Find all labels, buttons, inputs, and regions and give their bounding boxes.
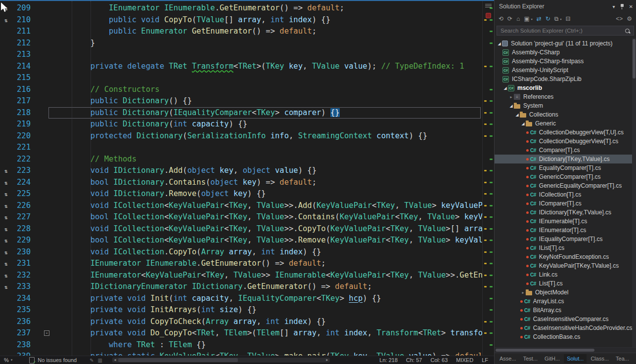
glyph-margin[interactable]: ⇅	[0, 235, 12, 246]
tree-item[interactable]: C#CollectionDebuggerView[T,U].cs	[495, 128, 636, 137]
tree-item[interactable]: C#Assembly-UnityScript	[495, 66, 636, 75]
implements-icon[interactable]: ⇅	[4, 284, 8, 290]
code-line[interactable]: 214 private delegate TRet Transform<TRet…	[0, 61, 482, 73]
outlining-margin[interactable]	[33, 49, 53, 61]
line-number[interactable]: 227	[12, 211, 33, 223]
line-number[interactable]: 222	[12, 154, 33, 165]
code-text[interactable]: bool ICollection<KeyValuePair<TKey, TVal…	[53, 235, 482, 246]
tree-item[interactable]: C#ICSharpCode.SharpZipLib	[495, 75, 636, 83]
implements-icon[interactable]: ⇅	[4, 180, 8, 186]
back-icon[interactable]: ⟲	[499, 16, 503, 22]
outlining-margin[interactable]	[33, 246, 53, 258]
outlining-margin[interactable]	[33, 14, 53, 26]
line-number[interactable]: 230	[12, 246, 33, 258]
window-position-icon[interactable]: ▾	[613, 4, 615, 9]
code-text[interactable]: public Dictionary() {}	[53, 95, 192, 107]
glyph-margin[interactable]: ⇅	[0, 14, 12, 26]
code-line[interactable]: 216 // Constructors	[0, 84, 482, 96]
implements-icon[interactable]: ⇅	[4, 203, 8, 209]
line-number[interactable]: 235	[12, 304, 33, 316]
code-line[interactable]: 217 public Dictionary() {}	[0, 95, 482, 107]
properties-icon[interactable]: ⚙	[627, 16, 632, 22]
code-text[interactable]: IDictionaryEnumerator IDictionary.GetEnu…	[53, 281, 372, 293]
line-number[interactable]: 229	[12, 235, 33, 246]
outlining-margin[interactable]	[33, 142, 53, 154]
line-number[interactable]: 216	[12, 84, 33, 96]
tree-item[interactable]: C#IList[T].cs	[495, 243, 636, 252]
code-line[interactable]: 213	[0, 49, 482, 61]
code-line[interactable]: ⇅229 bool ICollection<KeyValuePair<TKey,…	[0, 235, 482, 246]
line-number[interactable]: 236	[12, 316, 33, 328]
forward-icon[interactable]: ⟳	[507, 16, 512, 22]
line-number[interactable]: 231	[12, 258, 33, 270]
tree-item[interactable]: C#IComparer[T].cs	[495, 199, 636, 208]
code-line[interactable]: ⇅233 IDictionaryEnumerator IDictionary.G…	[0, 281, 482, 293]
code-line[interactable]: ⇅210 public void CopyTo(TValue[] array, …	[0, 14, 482, 26]
glyph-margin[interactable]: ⇅	[0, 270, 12, 282]
code-line[interactable]: ⇅223 void IDictionary.Add(object key, ob…	[0, 165, 482, 177]
tree-horizontal-scrollbar[interactable]	[495, 347, 636, 353]
collapse-all-icon[interactable]: ⊟	[565, 16, 570, 22]
outlining-margin[interactable]	[33, 188, 53, 200]
outlining-margin[interactable]	[33, 351, 53, 356]
line-number[interactable]: 211	[12, 26, 33, 38]
splitter-grip-icon[interactable]	[485, 3, 492, 7]
search-input[interactable]	[500, 27, 625, 34]
refresh-icon[interactable]: ↻	[545, 16, 550, 22]
line-number[interactable]: 224	[12, 177, 33, 189]
code-line[interactable]: 239 private static KeyValuePair<TKey, TV…	[0, 351, 482, 356]
outlining-margin[interactable]	[33, 304, 53, 316]
glyph-margin[interactable]	[0, 61, 12, 73]
tree-item[interactable]: C#EqualityComparer[T].cs	[495, 163, 636, 172]
glyph-margin[interactable]: ⇅	[0, 281, 12, 293]
code-text[interactable]: // Constructors	[53, 84, 160, 96]
outlining-margin[interactable]	[33, 154, 53, 165]
code-text[interactable]: // Methods	[53, 154, 136, 165]
outlining-margin[interactable]	[33, 26, 53, 38]
show-all-files-icon[interactable]: ⧉	[554, 16, 559, 22]
line-number[interactable]: 218	[12, 107, 33, 119]
tree-item[interactable]: C#IEnumerable[T].cs	[495, 217, 636, 226]
outlining-margin[interactable]	[33, 177, 53, 189]
glyph-margin[interactable]	[0, 339, 12, 351]
pin-icon[interactable]	[620, 3, 625, 10]
tree-item[interactable]: C#CollectionBase.cs	[495, 332, 636, 341]
line-number[interactable]: 225	[12, 188, 33, 200]
code-line[interactable]: 238 where TRet : TElem {}	[0, 339, 482, 351]
glyph-margin[interactable]: ⇅	[0, 200, 12, 212]
glyph-margin[interactable]	[0, 327, 12, 339]
glyph-margin[interactable]	[0, 154, 12, 165]
tree-item[interactable]: ◢Generic	[495, 119, 636, 128]
implements-icon[interactable]: ⇅	[4, 17, 8, 24]
collapse-icon[interactable]: ◢	[508, 104, 514, 108]
code-text[interactable]: private delegate TRet Transform<TRet>(TK…	[53, 61, 464, 73]
outlining-margin[interactable]	[33, 107, 53, 119]
tree-item[interactable]: C#List[T].cs	[495, 279, 636, 288]
close-icon[interactable]: ✕	[629, 4, 633, 9]
outlining-margin[interactable]	[33, 200, 53, 212]
tree-item[interactable]: C#CollectionDebuggerView[T].cs	[495, 137, 636, 146]
tree-item[interactable]: C#CaseInsensitiveComparer.cs	[495, 315, 636, 324]
line-number[interactable]: 238	[12, 339, 33, 351]
outlining-margin[interactable]	[33, 316, 53, 328]
code-line[interactable]: 235 private void InitArrays(int size) {}	[0, 304, 482, 316]
line-number[interactable]: 219	[12, 119, 33, 130]
line-number[interactable]: 223	[12, 165, 33, 177]
implements-icon[interactable]: ⇅	[4, 191, 8, 198]
code-text[interactable]: bool ICollection<KeyValuePair<TKey, TVal…	[53, 211, 482, 223]
scroll-left-icon[interactable]: ◄	[113, 358, 117, 363]
outlining-margin[interactable]	[33, 281, 53, 293]
glyph-margin[interactable]	[0, 142, 12, 154]
expand-icon[interactable]: ▸	[508, 95, 514, 99]
outlining-margin[interactable]	[33, 223, 53, 235]
code-text[interactable]: private void Do_CopyTo<TRet, TElem>(TEle…	[53, 327, 482, 339]
outlining-margin[interactable]	[33, 2, 53, 14]
code-line[interactable]: 220 protected Dictionary(SerializationIn…	[0, 130, 482, 142]
outlining-margin[interactable]	[33, 293, 53, 305]
line-number[interactable]: 217	[12, 95, 33, 107]
tree-vertical-scrollbar[interactable]	[632, 38, 636, 347]
glyph-margin[interactable]	[0, 84, 12, 96]
glyph-margin[interactable]	[0, 49, 12, 61]
outlining-margin[interactable]	[33, 270, 53, 282]
tree-item[interactable]: C#IDictionary[TKey,TValue].cs	[495, 208, 636, 217]
